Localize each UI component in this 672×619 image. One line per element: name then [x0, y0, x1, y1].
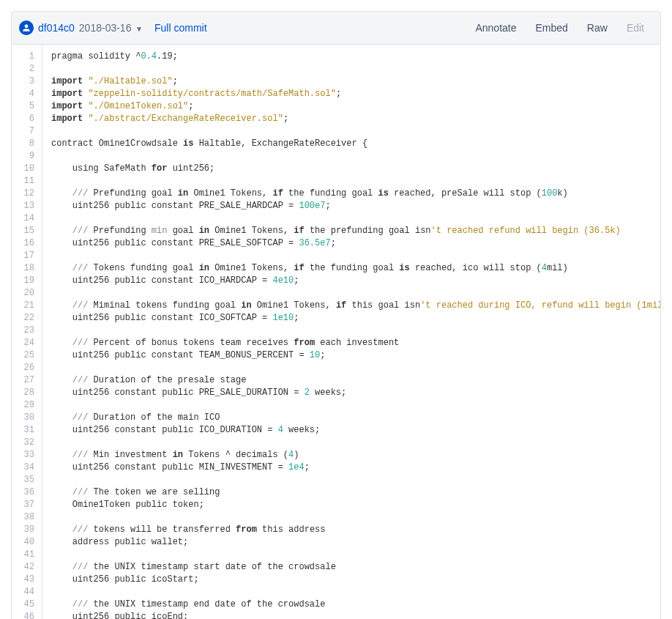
code-line: uint256 public icoStart;	[51, 574, 660, 586]
line-number[interactable]: 37	[18, 499, 34, 511]
line-number[interactable]: 32	[18, 437, 34, 449]
line-number[interactable]: 24	[18, 337, 34, 349]
line-number[interactable]: 42	[18, 561, 34, 574]
line-number[interactable]: 7	[18, 125, 34, 138]
line-number[interactable]: 45	[18, 598, 34, 611]
code-line: /// the UNIX timestamp end date of the c…	[51, 598, 660, 611]
line-number[interactable]: 2	[18, 63, 34, 75]
line-number[interactable]: 16	[18, 237, 34, 250]
code-line: uint256 constant public ICO_DURATION = 4…	[51, 424, 660, 437]
line-number[interactable]: 20	[18, 287, 34, 300]
line-number[interactable]: 33	[18, 449, 34, 462]
code-line: import "zeppelin-solidity/contracts/math…	[51, 88, 660, 100]
code-line: contract Omine1Crowdsale is Haltable, Ex…	[51, 138, 660, 150]
code-line: pragma solidity ^0.4.19;	[51, 51, 660, 63]
line-number[interactable]: 8	[18, 138, 34, 150]
line-number[interactable]: 10	[18, 163, 34, 175]
line-number[interactable]: 17	[18, 250, 34, 262]
full-commit-link[interactable]: Full commit	[154, 22, 207, 34]
code-line	[51, 586, 660, 598]
code-line: uint256 public constant PRE_SALE_HARDCAP…	[51, 200, 660, 212]
code-line	[51, 125, 660, 138]
code-line: uint256 public icoEnd;	[51, 611, 660, 619]
commit-date-dropdown[interactable]: 2018-03-16 ▼	[79, 22, 143, 34]
header-actions: Annotate Embed Raw Edit	[466, 18, 653, 38]
line-number[interactable]: 36	[18, 486, 34, 499]
line-number[interactable]: 15	[18, 225, 34, 237]
code-line: uint256 public constant ICO_SOFTCAP = 1e…	[51, 312, 660, 325]
code-line	[51, 549, 660, 561]
line-number[interactable]: 1	[18, 51, 34, 63]
code-line: /// Tokens funding goal in Omine1 Tokens…	[51, 262, 660, 275]
line-number[interactable]: 18	[18, 262, 34, 275]
code-line: Omine1Token public token;	[51, 499, 660, 511]
line-number[interactable]: 46	[18, 611, 34, 619]
line-number[interactable]: 11	[18, 175, 34, 188]
raw-button[interactable]: Raw	[578, 18, 616, 38]
line-number[interactable]: 29	[18, 399, 34, 412]
code-line: uint256 public constant TEAM_BONUS_PERCE…	[51, 349, 660, 362]
line-number[interactable]: 30	[18, 412, 34, 424]
line-number[interactable]: 27	[18, 374, 34, 387]
code-line	[51, 325, 660, 337]
embed-button[interactable]: Embed	[527, 18, 577, 38]
code-line: /// Percent of bonus tokens team receive…	[51, 337, 660, 349]
code-line: import "./Haltable.sol";	[51, 75, 660, 88]
author-avatar-icon	[19, 21, 34, 35]
code-line: /// Prefunding min goal in Omine1 Tokens…	[51, 225, 660, 237]
code-line	[51, 63, 660, 75]
line-number[interactable]: 3	[18, 75, 34, 88]
chevron-down-icon: ▼	[135, 25, 143, 33]
code-line	[51, 175, 660, 188]
line-number[interactable]: 38	[18, 511, 34, 524]
code-line: /// Duration of the presale stage	[51, 374, 660, 387]
line-number[interactable]: 26	[18, 362, 34, 374]
line-number[interactable]: 28	[18, 387, 34, 399]
code-line	[51, 250, 660, 262]
line-number[interactable]: 41	[18, 549, 34, 561]
code-line: /// Prefunding goal in Omine1 Tokens, if…	[51, 188, 660, 200]
source-code: pragma solidity ^0.4.19; import "./Halta…	[42, 45, 660, 619]
line-number[interactable]: 40	[18, 536, 34, 549]
code-line: uint256 constant public PRE_SALE_DURATIO…	[51, 387, 660, 399]
code-line: address public wallet;	[51, 536, 660, 549]
line-number[interactable]: 4	[18, 88, 34, 100]
code-line: /// The token we are selling	[51, 486, 660, 499]
code-line: /// Miminal tokens funding goal in Omine…	[51, 300, 660, 312]
line-number[interactable]: 25	[18, 349, 34, 362]
source-panel: df014c0 2018-03-16 ▼ Full commit Annotat…	[11, 11, 661, 619]
line-number[interactable]: 14	[18, 212, 34, 225]
annotate-button[interactable]: Annotate	[466, 18, 525, 38]
line-number[interactable]: 43	[18, 574, 34, 586]
code-line: /// Duration of the main ICO	[51, 412, 660, 424]
code-line	[51, 362, 660, 374]
line-number[interactable]: 9	[18, 150, 34, 163]
line-number[interactable]: 23	[18, 325, 34, 337]
code-line	[51, 150, 660, 163]
code-line	[51, 437, 660, 449]
code-line: /// tokens will be transferred from this…	[51, 524, 660, 536]
edit-button: Edit	[618, 18, 653, 38]
line-number[interactable]: 12	[18, 188, 34, 200]
line-number[interactable]: 31	[18, 424, 34, 437]
commit-hash-link[interactable]: df014c0	[38, 22, 75, 34]
line-number[interactable]: 35	[18, 474, 34, 486]
code-line: import "./abstract/ExchangeRateReceiver.…	[51, 113, 660, 125]
line-number[interactable]: 22	[18, 312, 34, 325]
code-line: uint256 public constant PRE_SALE_SOFTCAP…	[51, 237, 660, 250]
line-number[interactable]: 39	[18, 524, 34, 536]
line-number[interactable]: 44	[18, 586, 34, 598]
code-line	[51, 474, 660, 486]
line-number[interactable]: 34	[18, 462, 34, 474]
line-number[interactable]: 19	[18, 275, 34, 287]
file-header: df014c0 2018-03-16 ▼ Full commit Annotat…	[12, 12, 660, 45]
code-line	[51, 511, 660, 524]
code-line: /// the UNIX timestamp start date of the…	[51, 561, 660, 574]
line-number[interactable]: 21	[18, 300, 34, 312]
line-number[interactable]: 13	[18, 200, 34, 212]
line-number[interactable]: 6	[18, 113, 34, 125]
code-line: using SafeMath for uint256;	[51, 163, 660, 175]
line-number[interactable]: 5	[18, 100, 34, 113]
code-line	[51, 287, 660, 300]
code-line: uint256 constant public MIN_INVESTMENT =…	[51, 462, 660, 474]
